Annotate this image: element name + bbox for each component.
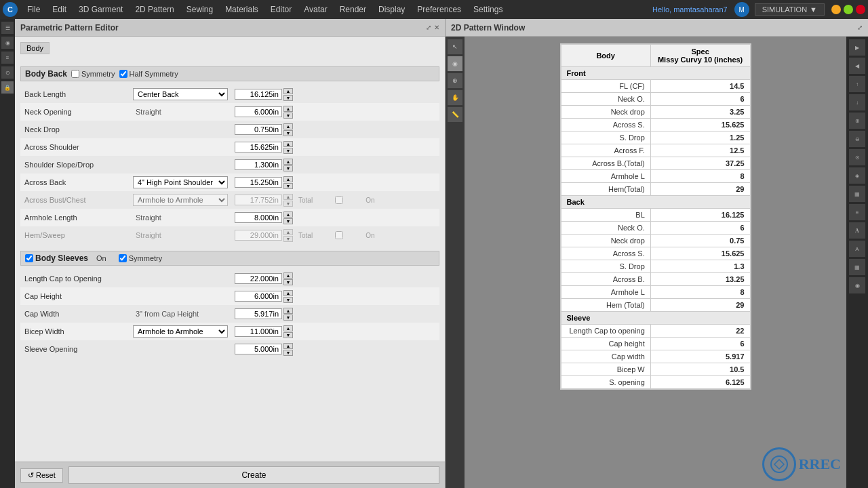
rs-icon-3[interactable]: ↑ [849, 76, 865, 92]
minimize-button[interactable] [831, 5, 841, 14]
rs-icon-2[interactable]: ◀ [849, 58, 865, 74]
simulation-button[interactable]: SIMULATION ▼ [755, 3, 825, 16]
rs-icon-7[interactable]: ⊙ [849, 149, 865, 165]
sleeves-symmetry-checkbox[interactable] [119, 254, 127, 262]
armhole-length-down[interactable]: ▼ [283, 218, 293, 224]
neck-drop-spinner[interactable]: ▲▼ [283, 123, 293, 136]
length-cap-up[interactable]: ▲ [283, 272, 293, 279]
hem-sweep-toggle[interactable] [315, 231, 363, 239]
rs-icon-4[interactable]: ↓ [849, 94, 865, 110]
sleeve-opening-input[interactable] [235, 344, 282, 354]
cap-width-spinner[interactable]: ▲▼ [283, 308, 293, 321]
neck-drop-up[interactable]: ▲ [283, 123, 293, 129]
cap-width-input[interactable] [235, 308, 282, 319]
length-cap-input[interactable] [235, 273, 282, 284]
armhole-length-input[interactable] [235, 212, 282, 223]
length-cap-spinner[interactable]: ▲▼ [283, 272, 293, 285]
menu-render[interactable]: Render [334, 3, 372, 16]
menu-preferences[interactable]: Preferences [412, 3, 467, 16]
panel-expand-icon[interactable]: ⤢ [426, 24, 431, 31]
bicep-width-input[interactable] [235, 326, 282, 337]
menu-sewing[interactable]: Sewing [181, 3, 218, 16]
across-bust-method[interactable]: Armhole to Armhole [133, 194, 235, 206]
across-back-select[interactable]: 4" High Point Shoulder [133, 176, 228, 188]
bicep-width-spinner[interactable]: ▲▼ [283, 325, 293, 338]
neck-drop-down[interactable]: ▼ [283, 130, 293, 136]
tool-cursor[interactable]: ↖ [448, 39, 462, 54]
tool-zoom[interactable]: ⊕ [448, 73, 462, 88]
menu-3d-garment[interactable]: 3D Garment [73, 3, 128, 16]
across-back-up[interactable]: ▲ [283, 176, 293, 182]
across-back-down[interactable]: ▼ [283, 183, 293, 189]
cap-height-down[interactable]: ▼ [283, 297, 293, 303]
armhole-length-up[interactable]: ▲ [283, 211, 293, 218]
neck-opening-down[interactable]: ▼ [283, 113, 293, 119]
armhole-length-spinner[interactable]: ▲▼ [283, 211, 293, 224]
rs-icon-text-sans[interactable]: A [849, 241, 865, 257]
menu-editor[interactable]: Editor [265, 3, 297, 16]
back-length-input[interactable] [235, 89, 282, 100]
reset-button[interactable]: ↺ Reset [20, 468, 63, 483]
back-length-spinner[interactable]: ▲▼ [283, 88, 293, 101]
cap-height-spinner[interactable]: ▲▼ [283, 290, 293, 303]
across-shoulder-up[interactable]: ▲ [283, 141, 293, 147]
pattern-expand-icon[interactable]: ⤢ [857, 24, 863, 31]
rs-icon-9[interactable]: ▦ [849, 186, 865, 202]
length-cap-down[interactable]: ▼ [283, 279, 293, 285]
tool-measure[interactable]: 📏 [448, 107, 462, 122]
rs-icon-grid[interactable]: ▦ [849, 259, 865, 275]
sidebar-icon-config[interactable]: ≡ [1, 52, 14, 64]
maximize-button[interactable] [844, 5, 853, 14]
rs-icon-circle[interactable]: ◉ [849, 277, 865, 293]
create-button[interactable]: Create [68, 466, 439, 484]
neck-opening-input[interactable] [235, 106, 282, 117]
menu-avatar[interactable]: Avatar [298, 3, 332, 16]
bicep-width-method[interactable]: Armhole to Armhole [133, 325, 235, 338]
sleeves-on-checkbox[interactable] [25, 254, 33, 262]
shoulder-slope-spinner[interactable]: ▲▼ [283, 159, 293, 171]
across-bust-toggle[interactable] [315, 196, 363, 204]
across-shoulder-down[interactable]: ▼ [283, 148, 293, 154]
sidebar-icon-library[interactable]: ☰ [1, 22, 14, 34]
neck-opening-spinner[interactable]: ▲▼ [283, 106, 293, 119]
menu-2d-pattern[interactable]: 2D Pattern [130, 3, 179, 16]
cap-width-down[interactable]: ▼ [283, 314, 293, 321]
rs-icon-text-serif[interactable]: A [849, 222, 865, 239]
across-back-input[interactable] [235, 177, 282, 188]
menu-edit[interactable]: Edit [47, 3, 72, 16]
sidebar-icon-history[interactable]: ◉ [1, 37, 14, 49]
close-button[interactable] [856, 5, 865, 14]
rs-icon-5[interactable]: ⊕ [849, 113, 865, 129]
across-shoulder-spinner[interactable]: ▲▼ [283, 141, 293, 154]
cap-width-up[interactable]: ▲ [283, 308, 293, 314]
back-length-up[interactable]: ▲ [283, 88, 293, 94]
shoulder-slope-input[interactable] [235, 159, 282, 170]
shoulder-slope-up[interactable]: ▲ [283, 159, 293, 165]
rs-icon-8[interactable]: ◈ [849, 167, 865, 184]
back-length-down[interactable]: ▼ [283, 95, 293, 101]
menu-display[interactable]: Display [373, 3, 410, 16]
bicep-width-down[interactable]: ▼ [283, 332, 293, 338]
sleeve-opening-up[interactable]: ▲ [283, 343, 293, 349]
menu-materials[interactable]: Materials [220, 3, 264, 16]
neck-drop-input[interactable] [235, 124, 282, 135]
across-back-spinner[interactable]: ▲▼ [283, 176, 293, 189]
bicep-width-select[interactable]: Armhole to Armhole [133, 325, 228, 338]
sleeve-opening-down[interactable]: ▼ [283, 350, 293, 356]
rs-icon-1[interactable]: ▶ [849, 39, 865, 56]
cap-height-input[interactable] [235, 291, 282, 302]
across-shoulder-input[interactable] [235, 142, 282, 152]
back-length-select[interactable]: Center Back [133, 88, 228, 100]
bicep-width-up[interactable]: ▲ [283, 325, 293, 331]
menu-file[interactable]: File [22, 3, 45, 16]
sleeve-opening-spinner[interactable]: ▲▼ [283, 343, 293, 356]
sidebar-icon-lock[interactable]: 🔒 [1, 81, 14, 94]
sidebar-icon-property[interactable]: ⊙ [1, 66, 14, 79]
half-symmetry-checkbox[interactable] [119, 70, 127, 78]
body-tab[interactable]: Body [20, 42, 50, 54]
back-length-method[interactable]: Center Back [133, 88, 235, 100]
cap-height-up[interactable]: ▲ [283, 290, 293, 296]
across-back-method[interactable]: 4" High Point Shoulder [133, 176, 235, 188]
rs-icon-6[interactable]: ⊖ [849, 131, 865, 147]
menu-settings[interactable]: Settings [468, 3, 508, 16]
